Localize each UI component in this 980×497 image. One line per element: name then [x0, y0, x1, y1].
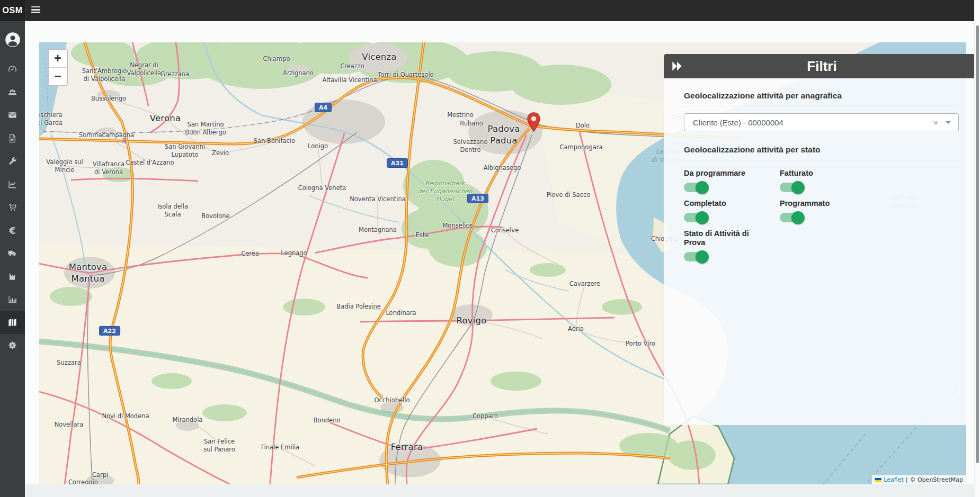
euro-icon: € — [9, 225, 16, 236]
page-bottom-strip — [25, 484, 975, 497]
industry-icon — [7, 272, 17, 282]
users-icon — [7, 87, 17, 97]
sidebar-item-billing[interactable]: € — [0, 219, 25, 242]
toggle-item-completato: Completato — [684, 199, 780, 222]
sidebar-item-map[interactable] — [0, 311, 25, 335]
sidebar-item-settings[interactable] — [0, 334, 25, 357]
anagrafica-select-value: Cliente (Este) - 00000004 — [693, 118, 926, 127]
toggle-label-completato: Completato — [684, 199, 772, 208]
sidebar-item-production[interactable] — [0, 265, 25, 288]
double-chevron-right-icon — [670, 59, 684, 73]
map-attribution: Leaflet | © OpenStreetMap — [872, 475, 966, 484]
document-icon — [7, 133, 17, 143]
toggle-knob — [791, 211, 805, 224]
toggle-switch-fatturato[interactable] — [780, 183, 804, 192]
dashboard-icon — [7, 64, 17, 74]
toggle-item-da-programmare: Da programmare — [684, 169, 780, 192]
app-logo: OSM — [0, 0, 25, 21]
map-icon — [7, 318, 17, 328]
toggle-knob — [696, 181, 709, 194]
map-marker[interactable] — [527, 112, 540, 132]
toggle-knob — [696, 250, 709, 264]
zoom-out-button[interactable]: − — [49, 68, 67, 85]
collapse-panel-button[interactable] — [670, 59, 684, 73]
wrench-icon — [7, 156, 17, 166]
select-caret-icon[interactable] — [946, 121, 951, 124]
sidebar-item-statistics[interactable] — [0, 288, 25, 311]
line-chart-icon — [7, 179, 17, 189]
section-anagrafica-heading: Geolocalizzazione attività per anagrafic… — [684, 91, 959, 101]
sidebar-item-documents[interactable] — [0, 127, 25, 150]
toggle-item-fatturato: Fatturato — [780, 169, 876, 192]
topbar: OSM — [0, 0, 980, 21]
leaflet-link[interactable]: Leaflet — [884, 476, 903, 483]
envelope-icon — [7, 110, 17, 120]
filter-panel: Geolocalizzazione attività per anagrafic… — [664, 78, 966, 425]
section-stato-heading: Geolocalizzazione attività per stato — [684, 145, 959, 155]
sidebar-item-dashboard[interactable] — [0, 58, 25, 81]
scrollbar-thumb[interactable] — [976, 25, 979, 463]
map-zoom-control: + − — [48, 49, 68, 86]
toggle-switch-da-programmare[interactable] — [684, 183, 708, 192]
user-avatar-icon — [5, 32, 21, 48]
sidebar-item-users[interactable] — [0, 81, 25, 104]
toggle-label-da-programmare: Da programmare — [684, 169, 772, 178]
select-clear-icon[interactable]: × — [926, 118, 946, 127]
filter-panel-header: Filtri — [664, 54, 980, 78]
section-divider — [684, 106, 959, 106]
sidebar-item-orders[interactable] — [0, 196, 25, 219]
ukraine-flag-icon — [875, 478, 881, 482]
toggle-switch-programmato[interactable] — [780, 213, 804, 222]
filter-panel-title: Filtri — [664, 58, 980, 75]
sidebar: € — [0, 21, 25, 497]
toggle-switch-stato-attivita-di-prova[interactable] — [684, 252, 708, 261]
sidebar-item-tools[interactable] — [0, 150, 25, 173]
page-scrollbar[interactable] — [974, 0, 980, 497]
toggle-knob — [791, 181, 805, 194]
section-divider — [684, 160, 959, 160]
bar-chart-icon — [7, 294, 17, 304]
hamburger-menu-icon[interactable] — [31, 6, 40, 14]
toggle-label-stato-attivita-di-prova: Stato di Attività di Prova — [684, 229, 772, 247]
cart-icon — [7, 202, 17, 212]
toggle-switch-completato[interactable] — [684, 213, 708, 222]
toggle-item-programmato: Programmato — [780, 199, 876, 222]
app-window: OSM € — [0, 0, 980, 497]
toggle-item-stato-attivita-di-prova: Stato di Attività di Prova — [684, 229, 780, 261]
zoom-in-button[interactable]: + — [49, 50, 67, 68]
gear-icon — [7, 340, 17, 350]
truck-icon — [7, 248, 17, 258]
attribution-separator: | — [906, 476, 908, 483]
sidebar-item-logistics[interactable] — [0, 242, 25, 265]
toggle-label-programmato: Programmato — [780, 199, 868, 208]
toggle-knob — [696, 211, 709, 224]
osm-attribution: © OpenStreetMap — [910, 476, 963, 483]
toggle-grid: Da programmareFatturatoCompletatoProgram… — [684, 169, 959, 268]
sidebar-item-profile[interactable] — [0, 28, 25, 51]
anagrafica-select[interactable]: Cliente (Este) - 00000004 × — [684, 113, 959, 131]
sidebar-item-messages[interactable] — [0, 104, 25, 127]
toggle-label-fatturato: Fatturato — [780, 169, 868, 178]
sidebar-item-reports[interactable] — [0, 173, 25, 196]
